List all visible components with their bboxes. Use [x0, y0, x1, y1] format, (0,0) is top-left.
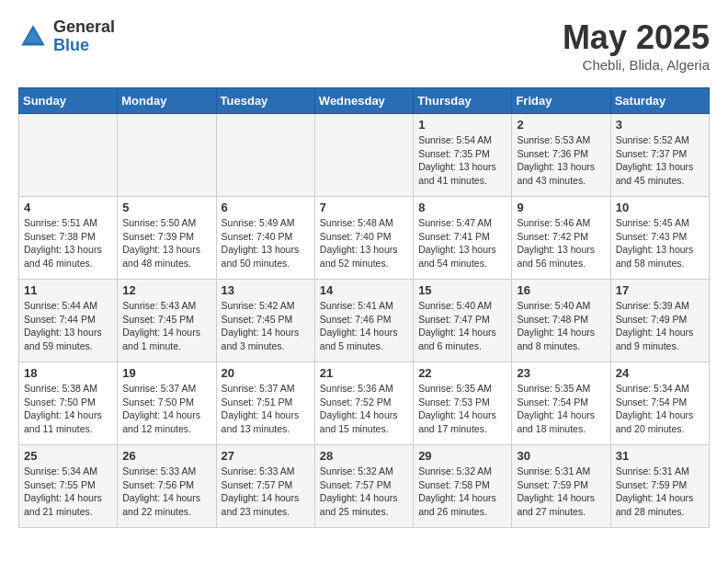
calendar-cell: 18Sunrise: 5:38 AM Sunset: 7:50 PM Dayli… [19, 362, 118, 445]
calendar-cell: 31Sunrise: 5:31 AM Sunset: 7:59 PM Dayli… [610, 445, 709, 528]
cell-info: Sunrise: 5:37 AM Sunset: 7:50 PM Dayligh… [122, 382, 210, 436]
day-header-friday: Friday [512, 88, 610, 114]
cell-info: Sunrise: 5:46 AM Sunset: 7:42 PM Dayligh… [517, 216, 605, 270]
day-header-wednesday: Wednesday [314, 88, 413, 114]
day-number: 23 [517, 366, 605, 380]
calendar-table: SundayMondayTuesdayWednesdayThursdayFrid… [18, 87, 710, 528]
day-number: 5 [122, 201, 210, 214]
day-number: 22 [418, 366, 506, 380]
location: Chebli, Blida, Algeria [563, 57, 710, 73]
calendar-cell: 5Sunrise: 5:50 AM Sunset: 7:39 PM Daylig… [118, 197, 216, 280]
cell-info: Sunrise: 5:54 AM Sunset: 7:35 PM Dayligh… [418, 133, 506, 188]
day-number: 26 [122, 449, 210, 463]
cell-info: Sunrise: 5:33 AM Sunset: 7:57 PM Dayligh… [222, 465, 310, 519]
calendar-cell: 20Sunrise: 5:37 AM Sunset: 7:51 PM Dayli… [216, 362, 314, 445]
calendar-cell: 2Sunrise: 5:53 AM Sunset: 7:36 PM Daylig… [512, 114, 610, 197]
day-number: 29 [418, 449, 506, 463]
cell-info: Sunrise: 5:52 AM Sunset: 7:37 PM Dayligh… [616, 133, 704, 188]
day-header-saturday: Saturday [610, 88, 709, 114]
cell-info: Sunrise: 5:37 AM Sunset: 7:51 PM Dayligh… [222, 382, 310, 436]
day-number: 10 [616, 201, 704, 214]
calendar-cell: 25Sunrise: 5:34 AM Sunset: 7:55 PM Dayli… [19, 445, 118, 528]
page-header: General Blue May 2025 Chebli, Blida, Alg… [18, 18, 710, 73]
cell-info: Sunrise: 5:36 AM Sunset: 7:52 PM Dayligh… [320, 382, 408, 436]
calendar-cell: 30Sunrise: 5:31 AM Sunset: 7:59 PM Dayli… [512, 445, 610, 528]
cell-info: Sunrise: 5:41 AM Sunset: 7:46 PM Dayligh… [320, 299, 408, 353]
day-number: 31 [616, 449, 704, 463]
calendar-cell: 1Sunrise: 5:54 AM Sunset: 7:35 PM Daylig… [414, 114, 512, 197]
cell-info: Sunrise: 5:42 AM Sunset: 7:45 PM Dayligh… [222, 299, 310, 353]
cell-info: Sunrise: 5:35 AM Sunset: 7:53 PM Dayligh… [418, 382, 506, 436]
cell-info: Sunrise: 5:32 AM Sunset: 7:57 PM Dayligh… [320, 465, 408, 519]
cell-info: Sunrise: 5:45 AM Sunset: 7:43 PM Dayligh… [616, 216, 704, 270]
calendar-cell: 26Sunrise: 5:33 AM Sunset: 7:56 PM Dayli… [118, 445, 216, 528]
cell-info: Sunrise: 5:49 AM Sunset: 7:40 PM Dayligh… [222, 216, 310, 270]
cell-info: Sunrise: 5:34 AM Sunset: 7:54 PM Dayligh… [616, 382, 704, 436]
calendar-cell: 15Sunrise: 5:40 AM Sunset: 7:47 PM Dayli… [414, 280, 512, 362]
cell-info: Sunrise: 5:35 AM Sunset: 7:54 PM Dayligh… [517, 382, 605, 436]
cell-info: Sunrise: 5:38 AM Sunset: 7:50 PM Dayligh… [24, 382, 112, 436]
cell-info: Sunrise: 5:50 AM Sunset: 7:39 PM Dayligh… [122, 216, 210, 270]
day-number: 12 [122, 283, 210, 297]
day-header-tuesday: Tuesday [216, 88, 314, 114]
logo-blue: Blue [53, 37, 115, 55]
calendar-cell: 16Sunrise: 5:40 AM Sunset: 7:48 PM Dayli… [512, 280, 610, 362]
day-header-thursday: Thursday [414, 88, 512, 114]
calendar-cell: 10Sunrise: 5:45 AM Sunset: 7:43 PM Dayli… [610, 197, 709, 280]
week-row-1: 1Sunrise: 5:54 AM Sunset: 7:35 PM Daylig… [19, 114, 710, 197]
calendar-cell: 17Sunrise: 5:39 AM Sunset: 7:49 PM Dayli… [610, 280, 709, 362]
cell-info: Sunrise: 5:53 AM Sunset: 7:36 PM Dayligh… [517, 133, 605, 188]
header-row: SundayMondayTuesdayWednesdayThursdayFrid… [19, 88, 710, 114]
cell-info: Sunrise: 5:31 AM Sunset: 7:59 PM Dayligh… [616, 465, 704, 519]
week-row-2: 4Sunrise: 5:51 AM Sunset: 7:38 PM Daylig… [19, 197, 710, 280]
cell-info: Sunrise: 5:40 AM Sunset: 7:47 PM Dayligh… [418, 299, 506, 353]
day-number: 14 [320, 283, 408, 297]
day-header-monday: Monday [118, 88, 216, 114]
day-number: 18 [24, 366, 112, 380]
day-number: 15 [418, 283, 506, 297]
cell-info: Sunrise: 5:32 AM Sunset: 7:58 PM Dayligh… [418, 465, 506, 519]
calendar-cell: 24Sunrise: 5:34 AM Sunset: 7:54 PM Dayli… [610, 362, 709, 445]
day-number: 16 [517, 283, 605, 297]
calendar-cell: 6Sunrise: 5:49 AM Sunset: 7:40 PM Daylig… [216, 197, 314, 280]
week-row-5: 25Sunrise: 5:34 AM Sunset: 7:55 PM Dayli… [19, 445, 710, 528]
week-row-4: 18Sunrise: 5:38 AM Sunset: 7:50 PM Dayli… [19, 362, 710, 445]
day-number: 1 [418, 118, 506, 132]
day-number: 6 [222, 201, 310, 214]
calendar-cell [314, 114, 413, 197]
calendar-cell: 21Sunrise: 5:36 AM Sunset: 7:52 PM Dayli… [314, 362, 413, 445]
logo-icon [18, 22, 48, 52]
logo-text: General Blue [53, 18, 115, 55]
day-number: 20 [222, 366, 310, 380]
calendar-cell: 12Sunrise: 5:43 AM Sunset: 7:45 PM Dayli… [118, 280, 216, 362]
calendar-cell: 13Sunrise: 5:42 AM Sunset: 7:45 PM Dayli… [216, 280, 314, 362]
day-number: 28 [320, 449, 408, 463]
calendar-cell: 8Sunrise: 5:47 AM Sunset: 7:41 PM Daylig… [414, 197, 512, 280]
day-number: 17 [616, 283, 704, 297]
cell-info: Sunrise: 5:48 AM Sunset: 7:40 PM Dayligh… [320, 216, 408, 270]
calendar-cell: 27Sunrise: 5:33 AM Sunset: 7:57 PM Dayli… [216, 445, 314, 528]
calendar-cell [19, 114, 118, 197]
calendar-cell: 28Sunrise: 5:32 AM Sunset: 7:57 PM Dayli… [314, 445, 413, 528]
cell-info: Sunrise: 5:40 AM Sunset: 7:48 PM Dayligh… [517, 299, 605, 353]
day-header-sunday: Sunday [19, 88, 118, 114]
day-number: 21 [320, 366, 408, 380]
calendar-cell: 19Sunrise: 5:37 AM Sunset: 7:50 PM Dayli… [118, 362, 216, 445]
month-title: May 2025 [563, 18, 710, 57]
cell-info: Sunrise: 5:43 AM Sunset: 7:45 PM Dayligh… [122, 299, 210, 353]
calendar-cell: 11Sunrise: 5:44 AM Sunset: 7:44 PM Dayli… [19, 280, 118, 362]
day-number: 25 [24, 449, 112, 463]
day-number: 3 [616, 118, 704, 132]
day-number: 11 [24, 283, 112, 297]
calendar-cell [118, 114, 216, 197]
cell-info: Sunrise: 5:33 AM Sunset: 7:56 PM Dayligh… [122, 465, 210, 519]
day-number: 4 [24, 201, 112, 214]
day-number: 2 [517, 118, 605, 132]
calendar-cell: 22Sunrise: 5:35 AM Sunset: 7:53 PM Dayli… [414, 362, 512, 445]
calendar-cell: 4Sunrise: 5:51 AM Sunset: 7:38 PM Daylig… [19, 197, 118, 280]
cell-info: Sunrise: 5:34 AM Sunset: 7:55 PM Dayligh… [24, 465, 112, 519]
title-block: May 2025 Chebli, Blida, Algeria [563, 18, 710, 73]
day-number: 8 [418, 201, 506, 214]
day-number: 19 [122, 366, 210, 380]
logo-general: General [53, 18, 115, 37]
